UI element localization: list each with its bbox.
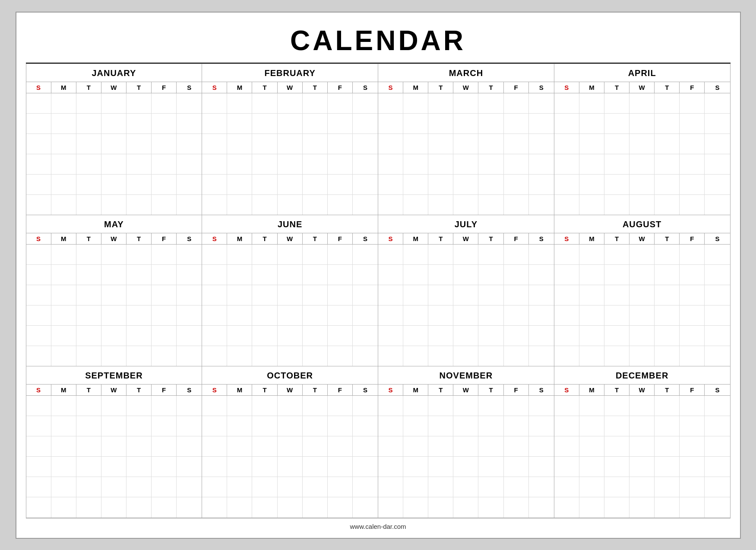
- day-cell: [579, 134, 604, 154]
- week-row: [378, 264, 554, 285]
- week-row: [26, 325, 202, 346]
- weeks-area: [202, 93, 378, 215]
- day-cell: [428, 305, 453, 325]
- day-cell: [378, 114, 403, 134]
- day-cell: [278, 326, 303, 346]
- day-cell: [554, 436, 579, 456]
- day-cell: [403, 285, 428, 305]
- week-row: [554, 325, 730, 346]
- day-cell: [403, 416, 428, 436]
- day-header-s-0: S: [26, 82, 51, 93]
- day-cell: [26, 436, 51, 456]
- day-cell: [428, 457, 453, 477]
- day-header-m-1: M: [51, 233, 76, 244]
- day-cell: [453, 346, 478, 366]
- day-cell: [76, 436, 101, 456]
- month-block-may: MAYSMTWTFS: [26, 215, 202, 366]
- day-cell: [51, 396, 76, 416]
- day-cell: [403, 175, 428, 194]
- day-cell: [278, 195, 303, 215]
- day-cell: [478, 285, 503, 305]
- day-cell: [504, 114, 529, 134]
- day-cell: [252, 305, 277, 325]
- day-header-f-5: F: [328, 385, 353, 395]
- day-cell: [428, 245, 453, 264]
- month-block-october: OCTOBERSMTWTFS: [202, 366, 378, 518]
- day-cell: [51, 416, 76, 436]
- day-cell: [252, 497, 277, 517]
- day-cell: [202, 497, 227, 517]
- day-header-t-4: T: [655, 82, 680, 93]
- day-cell: [227, 134, 252, 154]
- day-header-m-1: M: [227, 233, 252, 244]
- day-cell: [705, 346, 730, 366]
- day-cell: [303, 245, 328, 264]
- day-cell: [554, 114, 579, 134]
- week-row: [554, 456, 730, 477]
- day-cell: [303, 477, 328, 497]
- day-cell: [127, 93, 152, 113]
- day-cell: [579, 93, 604, 113]
- day-header-t-2: T: [428, 82, 453, 93]
- week-row: [202, 395, 378, 416]
- day-cell: [403, 305, 428, 325]
- day-cell: [554, 346, 579, 366]
- day-cell: [303, 396, 328, 416]
- day-cell: [328, 457, 353, 477]
- day-cell: [76, 285, 101, 305]
- day-header-m-1: M: [403, 385, 428, 395]
- day-headers: SMTWTFS: [554, 233, 730, 244]
- day-cell: [328, 154, 353, 174]
- month-name: AUGUST: [554, 215, 730, 233]
- day-header-s-0: S: [378, 233, 403, 244]
- week-row: [554, 264, 730, 285]
- week-row: [202, 154, 378, 174]
- day-cell: [604, 396, 629, 416]
- day-header-t-4: T: [478, 233, 503, 244]
- day-cell: [554, 93, 579, 113]
- day-cell: [177, 134, 202, 154]
- day-cell: [680, 457, 705, 477]
- day-cell: [76, 245, 101, 264]
- day-header-w-3: W: [278, 82, 303, 93]
- day-headers: SMTWTFS: [378, 384, 554, 395]
- day-cell: [101, 175, 127, 194]
- day-cell: [378, 497, 403, 517]
- day-header-w-3: W: [278, 233, 303, 244]
- day-header-f-5: F: [504, 385, 529, 395]
- day-cell: [101, 93, 127, 113]
- day-cell: [127, 305, 152, 325]
- day-headers: SMTWTFS: [554, 384, 730, 395]
- week-row: [26, 194, 202, 215]
- day-cell: [278, 457, 303, 477]
- week-row: [554, 416, 730, 436]
- day-cell: [579, 195, 604, 215]
- day-cell: [378, 195, 403, 215]
- day-cell: [453, 457, 478, 477]
- month-block-july: JULYSMTWTFS: [378, 215, 554, 366]
- month-name: OCTOBER: [202, 366, 378, 384]
- weeks-area: [26, 244, 202, 366]
- day-cell: [202, 154, 227, 174]
- day-cell: [252, 265, 277, 285]
- day-cell: [227, 396, 252, 416]
- day-cell: [378, 154, 403, 174]
- day-cell: [428, 195, 453, 215]
- week-row: [202, 346, 378, 366]
- day-header-w-3: W: [629, 82, 655, 93]
- day-cell: [303, 457, 328, 477]
- day-header-t-4: T: [303, 82, 328, 93]
- day-cell: [403, 436, 428, 456]
- day-cell: [26, 114, 51, 134]
- day-cell: [227, 477, 252, 497]
- day-cell: [529, 134, 554, 154]
- day-cell: [453, 396, 478, 416]
- day-cell: [26, 346, 51, 366]
- day-cell: [378, 245, 403, 264]
- day-cell: [76, 416, 101, 436]
- day-cell: [428, 346, 453, 366]
- day-cell: [278, 497, 303, 517]
- day-cell: [378, 457, 403, 477]
- day-cell: [127, 396, 152, 416]
- day-cell: [529, 154, 554, 174]
